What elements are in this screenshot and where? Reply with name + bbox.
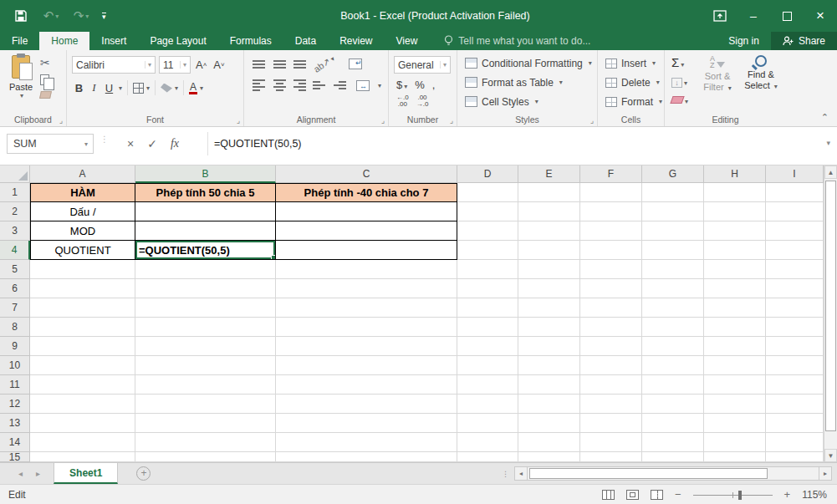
cell-G13[interactable] xyxy=(642,414,704,433)
cell-H15[interactable] xyxy=(704,452,766,462)
align-right-icon[interactable] xyxy=(293,79,306,91)
cell-H13[interactable] xyxy=(704,414,766,433)
page-break-view-icon[interactable] xyxy=(651,490,663,500)
cell-B11[interactable] xyxy=(135,375,276,395)
font-color-dropdown-icon[interactable]: ▾ xyxy=(200,84,203,92)
cell-I13[interactable] xyxy=(766,414,824,433)
cell-E5[interactable] xyxy=(518,260,580,279)
cell-I1[interactable] xyxy=(766,183,824,202)
cell-styles-button[interactable]: Cell Styles▾ xyxy=(462,92,594,111)
row-header-2[interactable]: 2 xyxy=(0,202,30,221)
tab-insert[interactable]: Insert xyxy=(89,32,138,50)
column-header-A[interactable]: A xyxy=(30,165,135,183)
alignment-dialog-launcher-icon[interactable]: ⌟ xyxy=(381,117,385,124)
sign-in-button[interactable]: Sign in xyxy=(717,32,771,50)
format-as-table-button[interactable]: Format as Table▾ xyxy=(462,73,594,92)
cell-C2[interactable] xyxy=(276,202,457,221)
cell-H2[interactable] xyxy=(704,202,766,221)
cell-F7[interactable] xyxy=(580,298,642,318)
cell-A13[interactable] xyxy=(30,414,135,433)
cell-B15[interactable] xyxy=(135,452,276,462)
name-box[interactable]: SUM ▾ xyxy=(7,134,94,154)
column-header-I[interactable]: I xyxy=(766,165,824,183)
cell-D2[interactable] xyxy=(457,202,518,221)
scroll-left-icon[interactable]: ◂ xyxy=(514,466,528,481)
formula-input[interactable]: =QUOTIENT(50,5) xyxy=(214,134,812,154)
delete-cells-button[interactable]: Delete▾ xyxy=(603,73,661,92)
bold-button[interactable]: B xyxy=(72,82,86,94)
zoom-slider-thumb[interactable] xyxy=(738,491,742,500)
zoom-in-icon[interactable]: + xyxy=(784,488,791,501)
cell-H9[interactable] xyxy=(704,337,766,356)
cell-A9[interactable] xyxy=(30,337,135,356)
close-button[interactable]: × xyxy=(804,0,837,32)
cell-I7[interactable] xyxy=(766,298,824,318)
column-header-B[interactable]: B xyxy=(135,165,276,183)
share-button[interactable]: Share xyxy=(771,32,837,50)
conditional-formatting-button[interactable]: Conditional Formatting▾ xyxy=(462,53,594,73)
cell-B4[interactable]: =QUOTIENT(50,5) xyxy=(135,241,276,260)
format-cells-button[interactable]: Format▾ xyxy=(603,92,661,111)
scroll-right-icon[interactable]: ▸ xyxy=(819,466,832,481)
cell-I15[interactable] xyxy=(766,452,824,462)
increase-indent-icon[interactable] xyxy=(333,81,346,89)
vertical-scrollbar[interactable]: ▲ ▼ xyxy=(824,165,837,462)
cell-D1[interactable] xyxy=(457,183,518,202)
column-header-H[interactable]: H xyxy=(704,165,766,183)
paste-button[interactable]: Paste ▾ xyxy=(6,55,36,109)
merge-center-dropdown-icon[interactable]: ▾ xyxy=(378,82,381,89)
cell-G7[interactable] xyxy=(642,298,704,318)
increase-font-icon[interactable]: A˄ xyxy=(194,57,208,74)
cell-I12[interactable] xyxy=(766,395,824,414)
enter-icon[interactable]: ✓ xyxy=(147,137,157,150)
cell-I2[interactable] xyxy=(766,202,824,221)
cell-F12[interactable] xyxy=(580,395,642,414)
cell-E15[interactable] xyxy=(518,452,580,462)
cell-C8[interactable] xyxy=(276,318,457,337)
cell-D11[interactable] xyxy=(457,375,518,395)
cell-A6[interactable] xyxy=(30,279,135,298)
cell-D10[interactable] xyxy=(457,356,518,375)
align-top-icon[interactable] xyxy=(253,60,266,69)
tell-me-box[interactable]: Tell me what you want to do... xyxy=(429,32,717,50)
borders-icon[interactable] xyxy=(133,83,144,94)
cell-E2[interactable] xyxy=(518,202,580,221)
cell-G2[interactable] xyxy=(642,202,704,221)
cell-C4[interactable] xyxy=(276,241,457,260)
row-header-3[interactable]: 3 xyxy=(0,221,30,241)
align-left-icon[interactable] xyxy=(253,79,266,91)
zoom-level[interactable]: 115% xyxy=(802,489,827,501)
cell-H6[interactable] xyxy=(704,279,766,298)
cell-E11[interactable] xyxy=(518,375,580,395)
cell-E13[interactable] xyxy=(518,414,580,433)
font-dialog-launcher-icon[interactable]: ⌟ xyxy=(237,117,240,124)
cell-E10[interactable] xyxy=(518,356,580,375)
cell-G15[interactable] xyxy=(642,452,704,462)
cell-G1[interactable] xyxy=(642,183,704,202)
align-middle-icon[interactable] xyxy=(273,60,286,69)
cell-I4[interactable] xyxy=(766,241,824,260)
fill-button[interactable]: ↓▾ xyxy=(671,74,688,89)
cell-E8[interactable] xyxy=(518,318,580,337)
column-header-F[interactable]: F xyxy=(580,165,642,183)
clear-button[interactable]: ▾ xyxy=(671,92,688,107)
sheet-nav-right-icon[interactable]: ▸ xyxy=(36,469,40,478)
cell-C1[interactable]: Phép tính -40 chia cho 7 xyxy=(276,183,457,202)
font-color-icon[interactable]: A xyxy=(189,82,197,94)
cell-C9[interactable] xyxy=(276,337,457,356)
row-header-13[interactable]: 13 xyxy=(0,414,30,433)
cell-D15[interactable] xyxy=(457,452,518,462)
cell-F9[interactable] xyxy=(580,337,642,356)
row-header-7[interactable]: 7 xyxy=(0,298,30,318)
cell-G4[interactable] xyxy=(642,241,704,260)
scroll-down-icon[interactable]: ▼ xyxy=(824,449,837,462)
align-center-icon[interactable] xyxy=(273,79,286,91)
cell-F3[interactable] xyxy=(580,221,642,241)
row-header-11[interactable]: 11 xyxy=(0,375,30,395)
cancel-icon[interactable]: × xyxy=(127,137,134,150)
tab-review[interactable]: Review xyxy=(328,32,384,50)
cell-C6[interactable] xyxy=(276,279,457,298)
cell-F2[interactable] xyxy=(580,202,642,221)
cell-E4[interactable] xyxy=(518,241,580,260)
maximize-button[interactable] xyxy=(770,0,804,32)
